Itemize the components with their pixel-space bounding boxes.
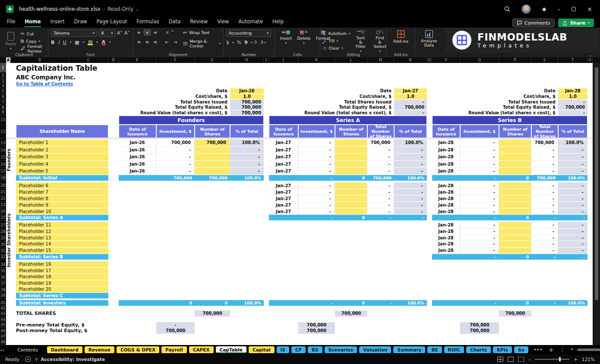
sheet-tab-capital[interactable]: Capital <box>249 346 275 353</box>
row-header-7[interactable]: 7 <box>0 100 6 105</box>
data-cell-series-b-b1-r4-c4[interactable]: - <box>558 208 587 215</box>
pre-money-value-series-b[interactable]: 700,000 <box>460 322 499 328</box>
data-cell-series-b-b2-r4-c2[interactable] <box>499 248 531 254</box>
autosum-button[interactable]: ΣAutoSum▾ <box>323 30 351 37</box>
investors-subtotal-cell-series-a-c3[interactable]: - <box>367 300 394 306</box>
data-cell-series-a-b0-r4-c0[interactable]: Jan-27 <box>269 168 298 175</box>
sheet-tab-revenue[interactable]: Revenue <box>85 346 114 353</box>
data-cell-series-b-b2-r0-c3[interactable]: - <box>531 222 558 229</box>
column-header-C[interactable]: C <box>69 57 108 63</box>
row-header-6[interactable]: 6 <box>0 94 6 100</box>
comma-style-button[interactable]: 9 <box>244 40 248 45</box>
data-cell-series-b-b1-r3-c0[interactable]: Jan-28 <box>432 202 460 208</box>
sheet-tab-payroll[interactable]: Payroll <box>161 346 187 353</box>
data-cell-series-a-b0-r1-c1[interactable]: - <box>298 147 335 154</box>
investors-subtotal-cell-series-b-c4[interactable]: 100.0% <box>558 300 587 306</box>
increase-decimal-button[interactable]: ←.0 <box>251 41 257 44</box>
data-cell-series-b-b1-r2-c1[interactable]: - <box>460 195 499 202</box>
data-cell-series-b-b0-r3-c3[interactable]: - <box>531 161 558 168</box>
row-header-32[interactable]: 32 <box>0 254 6 260</box>
row-header-21[interactable]: 21 <box>0 189 6 195</box>
increase-indent-button[interactable]: ⇥ <box>172 39 179 45</box>
data-cell-series-a-b0-r3-c3[interactable]: - <box>367 161 394 168</box>
info-value-founders-0[interactable]: Jan-26 <box>230 88 264 94</box>
column-header-N[interactable]: N <box>394 57 427 63</box>
sheet-grid[interactable]: Capitalization TableABC Company Inc.Go t… <box>6 63 593 345</box>
data-cell-series-b-b0-r0-c0[interactable]: Jan-28 <box>432 139 460 147</box>
data-cell-series-b-b2-r3-c0[interactable]: Jan-28 <box>432 241 460 248</box>
data-cell-founders-b0-r4-c1[interactable]: - <box>156 168 195 175</box>
data-cell-series-b-b0-r1-c0[interactable]: Jan-28 <box>432 147 460 154</box>
data-cell-series-b-b2-r1-c0[interactable]: Jan-28 <box>432 229 460 235</box>
column-header-H[interactable]: H <box>230 57 264 63</box>
data-cell-series-b-b2-r3-c1[interactable]: - <box>460 241 499 248</box>
data-cell-series-b-b0-r1-c1[interactable]: - <box>460 147 499 154</box>
shareholder-name-15[interactable]: Placeholder 15 <box>16 248 108 254</box>
data-cell-series-b-b0-r0-c2[interactable] <box>499 139 531 147</box>
subtotal-cell-series-b-b0-c0[interactable] <box>432 175 460 181</box>
new-sheet-button[interactable]: + <box>549 346 554 353</box>
subtotal-cell-series-a-b0-c3[interactable]: 700,000 <box>367 175 394 181</box>
info-value-series-a-1[interactable]: 1.0 <box>394 94 427 99</box>
data-cell-founders-b0-r1-c1[interactable]: - <box>156 147 195 154</box>
column-header-K[interactable]: K <box>298 57 335 63</box>
data-cell-series-a-b1-r0-c1[interactable]: - <box>298 182 335 189</box>
data-cell-series-b-b1-r1-c3[interactable]: - <box>531 189 558 195</box>
shareholder-name-19[interactable]: Placeholder 19 <box>16 280 108 287</box>
subtotal-cell-founders-b0-c0[interactable] <box>119 175 156 181</box>
sheet-tab-charts[interactable]: Charts <box>466 346 491 353</box>
data-cell-series-b-b0-r1-c3[interactable]: - <box>531 147 558 154</box>
bold-button[interactable]: B <box>51 40 54 45</box>
subtotal-name-3[interactable]: Subtotal: Series C <box>16 293 108 298</box>
data-cell-series-b-b1-r2-c3[interactable]: - <box>531 195 558 202</box>
column-header-P[interactable]: P <box>432 57 460 63</box>
data-cell-series-b-b0-r3-c4[interactable]: - <box>558 161 587 168</box>
data-cell-series-b-b1-r0-c3[interactable]: - <box>531 182 558 189</box>
data-cell-series-a-b0-r4-c1[interactable]: - <box>298 168 335 175</box>
data-cell-series-b-b2-r1-c1[interactable]: - <box>460 229 499 235</box>
row-header-24[interactable]: 24 <box>0 208 6 215</box>
row-header-27[interactable]: 27 <box>0 222 6 229</box>
data-cell-founders-b0-r4-c3[interactable]: - <box>230 168 264 175</box>
data-cell-series-b-b0-r4-c2[interactable] <box>499 168 531 175</box>
data-cell-series-b-b0-r0-c1[interactable]: - <box>460 139 499 147</box>
subtotal-cell-series-a-b0-c0[interactable] <box>269 175 298 181</box>
data-cell-series-b-b1-r1-c1[interactable]: - <box>460 189 499 195</box>
data-cell-series-b-b1-r0-c0[interactable]: Jan-28 <box>432 182 460 189</box>
subtotal-cell-series-b-b2-c2[interactable]: 0 <box>499 254 531 260</box>
subtotal-cell-founders-b0-c2[interactable]: 700,000 <box>195 175 230 181</box>
premium-diamond-icon[interactable]: ◆ <box>542 6 546 12</box>
sheet-tab-dashboard[interactable]: Dashboard <box>47 346 82 353</box>
column-header-B[interactable]: B <box>11 57 69 63</box>
data-cell-series-b-b2-r3-c2[interactable] <box>499 241 531 248</box>
sheet-tab-scenarios[interactable]: Scenarios <box>325 346 357 353</box>
minimize-button[interactable]: – <box>557 6 560 13</box>
data-cell-series-a-b0-r1-c4[interactable]: - <box>394 147 427 154</box>
data-cell-series-a-b0-r2-c1[interactable]: - <box>298 154 335 161</box>
ribbon-tab-file[interactable]: File <box>7 19 15 27</box>
ribbon-collapse-chevron-icon[interactable]: ⌄ <box>589 53 592 57</box>
data-cell-series-b-b0-r4-c3[interactable]: - <box>531 168 558 175</box>
sheet-nav-right-icon[interactable]: › <box>2 347 4 353</box>
normal-view-icon[interactable] <box>497 357 503 362</box>
data-cell-series-b-b2-r3-c4[interactable]: - <box>558 241 587 248</box>
hscroll-left-icon[interactable]: ◂ <box>571 347 573 351</box>
data-cell-series-b-b0-r4-c1[interactable]: - <box>460 168 499 175</box>
data-cell-series-a-b0-r0-c4[interactable]: 100.0% <box>394 139 427 147</box>
data-cell-series-b-b2-r0-c0[interactable]: Jan-28 <box>432 222 460 229</box>
subtotal-cell-founders-b0-c1[interactable]: 700,000 <box>156 175 195 181</box>
shareholder-name-20[interactable]: Placeholder 20 <box>16 286 108 293</box>
data-cell-series-b-b1-r0-c2[interactable] <box>499 182 531 189</box>
data-cell-founders-b0-r1-c0[interactable]: Jan-26 <box>119 147 156 154</box>
zoom-slider-knob[interactable] <box>559 357 561 361</box>
info-value-series-a-4[interactable]: - <box>394 110 427 116</box>
data-cell-series-b-b1-r1-c4[interactable]: - <box>558 189 587 195</box>
row-header-12[interactable]: 12 <box>0 125 6 139</box>
sheet-tab-roic[interactable]: ROIC <box>444 346 464 353</box>
subtotal-cell-series-b-b2-c4[interactable]: - <box>558 254 587 260</box>
data-cell-series-b-b0-r4-c4[interactable]: - <box>558 168 587 175</box>
shareholder-name-6[interactable]: Placeholder 6 <box>16 182 108 189</box>
investors-subtotal-cell-founders-c3[interactable]: 100.0% <box>230 300 264 306</box>
data-cell-series-b-b1-r3-c1[interactable]: - <box>460 202 499 208</box>
info-value-series-a-0[interactable]: Jan-27 <box>394 88 427 94</box>
